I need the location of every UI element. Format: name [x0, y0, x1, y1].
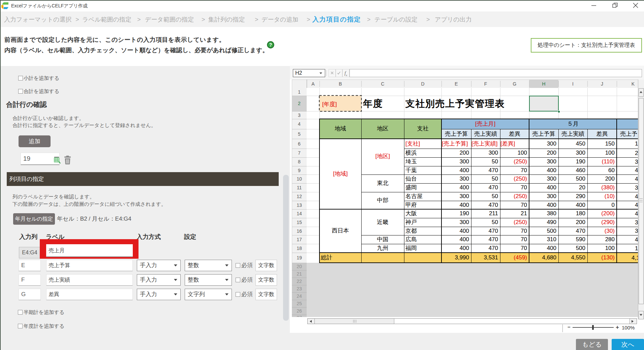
svg-text:?: ?: [269, 42, 272, 47]
